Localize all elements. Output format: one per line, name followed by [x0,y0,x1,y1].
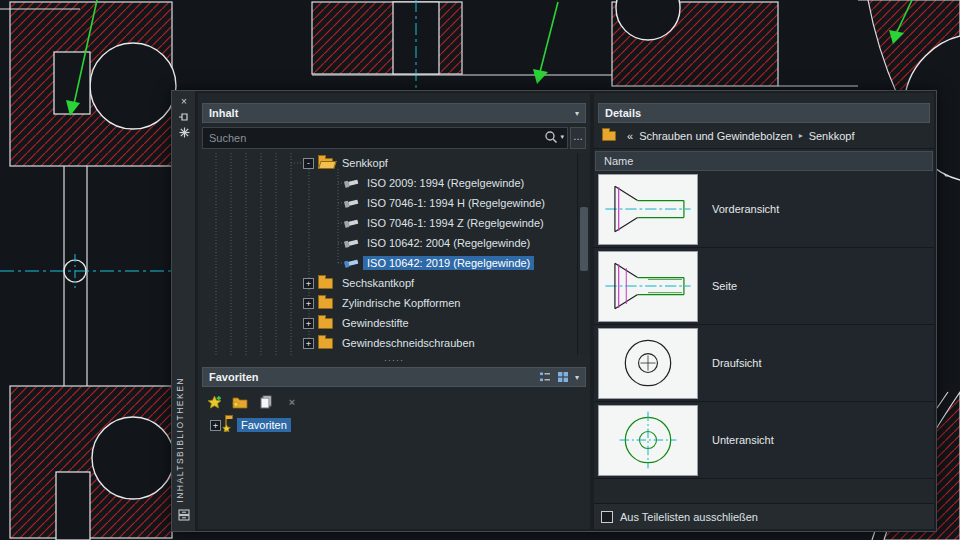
app-window: × INHALTSBIBLIOTHEKEN Inhalt ▾ [0,0,960,540]
tree-item-gewindestifte[interactable]: + Gewindestifte [198,313,590,333]
tree-item-senkkopf[interactable]: - Senkkopf [198,153,590,173]
folder-icon [602,131,616,141]
expand-toggle-icon[interactable]: + [303,298,314,309]
tree-scrollbar[interactable] [577,153,590,355]
content-pane: Inhalt ▾ ▾ [198,93,590,529]
expand-toggle-icon[interactable]: + [303,278,314,289]
search-icon[interactable] [544,130,558,144]
details-panel-title: Details [605,107,641,119]
chevron-down-icon[interactable]: ▾ [575,373,579,382]
tree-item-gewindeschneidschrauben[interactable]: + Gewindeschneidschrauben [198,333,590,353]
content-library-palette: × INHALTSBIBLIOTHEKEN Inhalt ▾ [171,90,937,532]
exclude-from-partlists-checkbox[interactable] [601,511,613,523]
tree-item-sechskantkopf[interactable]: + Sechskantkopf [198,273,590,293]
breadcrumb: « Schrauben und Gewindebolzen ▸ Senkkopf [594,123,934,149]
content-panel-header[interactable]: Inhalt ▾ [202,103,586,123]
folder-icon [318,278,333,289]
exclude-from-partlists-label: Aus Teilelisten ausschließen [620,511,758,523]
collapse-toggle-icon[interactable]: - [303,158,314,169]
pane-splitter[interactable]: ····· [198,355,590,367]
detail-row-unteransicht[interactable]: Unteransicht [594,402,934,479]
tree-item-iso-7046-z[interactable]: ISO 7046-1: 1994 Z (Regelgewinde) [198,213,590,233]
folder-icon [318,338,333,349]
close-icon[interactable]: × [172,95,196,109]
add-favorite-icon[interactable] [206,395,222,410]
favorites-panel-title: Favoriten [209,371,259,383]
detail-row-vorderansicht[interactable]: Vorderansicht [594,171,934,248]
details-pane: Details « Schrauben und Gewindebolzen ▸ … [594,93,934,529]
screw-icon-selected [344,257,359,269]
content-tree: - Senkkopf ISO 2009: 1994 (Regelgewinde)… [198,153,590,355]
palette-title-bar: × INHALTSBIBLIOTHEKEN [172,91,196,531]
side-view-thumbnail [598,251,698,322]
library-icon[interactable] [172,509,196,525]
column-header-name[interactable]: Name [595,151,933,171]
details-footer: Aus Teilelisten ausschließen [594,503,934,529]
tree-item-iso-10642-2004[interactable]: ISO 10642: 2004 (Regelgewinde) [198,233,590,253]
screw-icon [344,177,359,189]
search-input[interactable] [202,127,568,149]
thumbnail-view-icon[interactable] [557,371,569,383]
breadcrumb-current: Senkkopf [809,130,855,142]
tree-item-iso-2009[interactable]: ISO 2009: 1994 (Regelgewinde) [198,173,590,193]
detail-row-seite[interactable]: Seite [594,248,934,325]
search-filter-chevron-icon[interactable]: ▾ [560,133,564,141]
favorites-folder-icon [225,419,232,431]
expand-toggle-icon[interactable]: + [303,318,314,329]
favorites-toolbar: × [206,389,582,415]
scrollbar-thumb[interactable] [580,207,588,271]
front-view-thumbnail [598,174,698,245]
autohide-pin-icon[interactable] [172,111,196,127]
breadcrumb-separator-icon: ▸ [799,131,803,140]
open-folder-icon [318,158,333,169]
tree-item-iso-7046-h[interactable]: ISO 7046-1: 1994 H (Regelgewinde) [198,193,590,213]
expand-toggle-icon[interactable]: + [210,420,221,431]
breadcrumb-back[interactable]: « [627,130,633,142]
list-view-icon[interactable] [539,371,551,383]
properties-gear-icon[interactable] [172,127,196,142]
tree-item-iso-10642-2019-selected[interactable]: ISO 10642: 2019 (Regelgewinde) [198,253,590,273]
details-list: Vorderansicht Seite [594,171,934,479]
expand-toggle-icon[interactable]: + [303,338,314,349]
top-view-thumbnail [598,328,698,399]
breadcrumb-parent-link[interactable]: Schrauben und Gewindebolzen [639,130,793,142]
chevron-down-icon[interactable]: ▾ [575,109,579,118]
screw-icon [344,217,359,229]
favorites-panel-header[interactable]: Favoriten ▾ [202,367,586,387]
palette-vertical-title: INHALTSBIBLIOTHEKEN [175,377,185,503]
tree-item-zylindrische-kopfformen[interactable]: + Zylindrische Kopfformen [198,293,590,313]
folder-icon [318,298,333,309]
screw-icon [344,237,359,249]
copy-icon[interactable] [258,395,274,410]
screw-icon [344,197,359,209]
detail-row-draufsicht[interactable]: Draufsicht [594,325,934,402]
new-favorite-folder-icon[interactable] [232,395,248,410]
favorites-root-item[interactable]: + Favoriten [198,415,590,435]
details-panel-header: Details [598,103,930,123]
folder-icon [318,318,333,329]
search-options-button[interactable]: … [570,127,586,149]
content-panel-title: Inhalt [209,107,238,119]
delete-favorite-icon[interactable]: × [284,395,300,410]
bottom-view-thumbnail [598,405,698,476]
